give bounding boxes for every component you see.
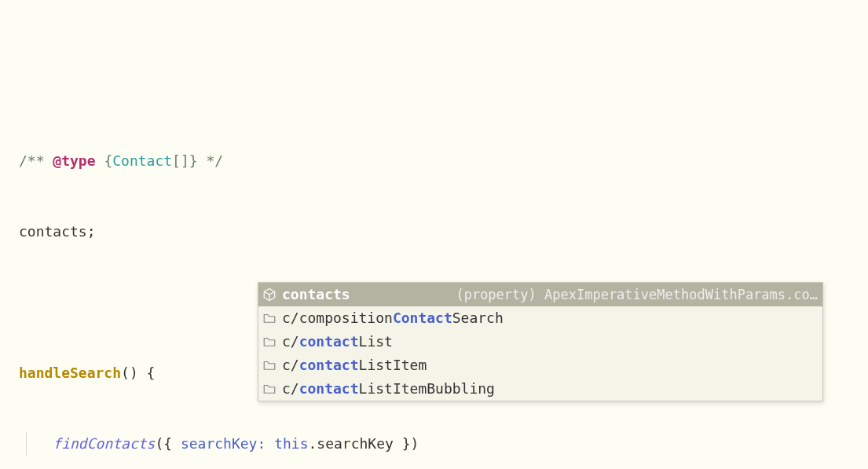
autocomplete-detail: (property) ApexImperativeMethodWithParam… (440, 283, 818, 306)
autocomplete-item[interactable]: c/contactList (258, 330, 822, 354)
autocomplete-label: c/contactListItemBubbling (282, 377, 495, 401)
autocomplete-popup[interactable]: contacts(property) ApexImperativeMethodW… (258, 282, 823, 401)
code-text: () { (121, 365, 155, 381)
function-call: findContacts (53, 435, 155, 452)
autocomplete-item[interactable]: c/contactListItem (258, 354, 822, 377)
code-editor[interactable]: /** @type {Contact[]} */ contacts; handl… (0, 102, 868, 469)
property-icon (262, 287, 277, 302)
code-text: this (274, 435, 308, 452)
folder-icon (262, 310, 277, 326)
code-line[interactable]: contacts; (0, 220, 868, 244)
autocomplete-item-selected[interactable]: contacts(property) ApexImperativeMethodW… (258, 283, 822, 306)
autocomplete-label: c/contactList (282, 330, 393, 354)
code-line[interactable]: /** @type {Contact[]} */ (0, 149, 868, 173)
folder-icon (262, 334, 277, 350)
folder-icon (262, 357, 277, 373)
autocomplete-item[interactable]: c/contactListItemBubbling (258, 377, 822, 401)
code-line[interactable]: findContacts({ searchKey: this.searchKey… (0, 432, 868, 456)
folder-icon (262, 381, 277, 397)
autocomplete-item[interactable]: c/compositionContactSearch (258, 306, 822, 330)
code-text: ({ (155, 435, 181, 452)
code-text: contacts; (19, 223, 96, 240)
jsdoc-comment: /** @type {Contact[]} */ (19, 152, 223, 169)
code-text: .searchKey }) (309, 435, 419, 452)
code-text (266, 435, 274, 452)
autocomplete-label: c/contactListItem (282, 354, 427, 377)
autocomplete-label: c/compositionContactSearch (282, 306, 504, 330)
autocomplete-label: contacts (282, 283, 350, 306)
function-name: handleSearch (19, 365, 121, 381)
code-text: searchKey: (181, 435, 266, 452)
